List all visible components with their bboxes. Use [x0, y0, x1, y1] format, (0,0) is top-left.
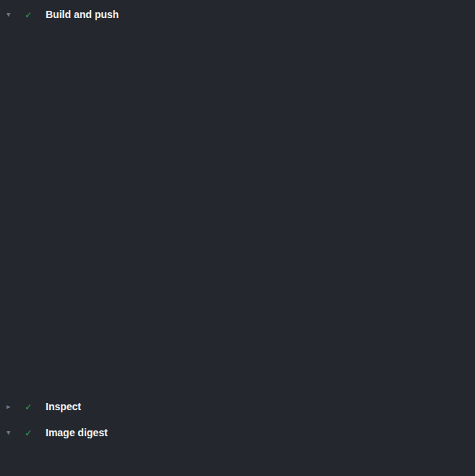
chevron-down-icon[interactable]: ▼ [7, 4, 25, 25]
section-title: Inspect [46, 401, 81, 412]
log-line: 17 /usr/bin/docker buildx build --tag lo… [0, 80, 475, 93]
log-section-build-and-push: ▼ ✓ Build and push 1 ▶ Run ./ 14 📌 Using… [0, 4, 475, 392]
log-section-image-digest: ▼ ✓ Image digest 1 ▶ Run echo sha256:e7f… [0, 422, 475, 472]
chevron-down-icon[interactable]: ▼ [7, 422, 25, 443]
log-lines: 1 ▶ Run ./ 14 📌 Using builder instance b… [0, 27, 475, 392]
log-line: 38 [0, 353, 475, 366]
log-line: 26 #3 [internal] load metadata for docke… [0, 197, 475, 210]
log-line: 25 [0, 184, 475, 197]
check-icon: ✓ [25, 422, 46, 443]
section-title: Build and push [46, 9, 119, 20]
section-title: Image digest [46, 427, 108, 438]
section-header-build-and-push[interactable]: ▼ ✓ Build and push [0, 4, 475, 25]
log-line: 1 ▶ Run ./ [0, 27, 475, 41]
log-line: 28 [0, 223, 475, 236]
log-line: 34 #4 sha256:185518070891758909c9f839cf4… [0, 301, 475, 314]
log-line: 18 #2 [internal] load build definition f… [0, 93, 475, 106]
section-header-image-digest[interactable]: ▼ ✓ Image digest [0, 422, 475, 443]
check-icon: ✓ [25, 396, 46, 417]
log-lines: 1 ▶ Run echo sha256:e7ff8834a5963a2785c5… [0, 446, 475, 472]
log-line: 29 #4 [1/2] FROM docker.io/library/alpin… [0, 236, 475, 249]
check-icon: ✓ [25, 4, 46, 25]
log-line: 30 #4 resolve docker.io/library/alpine@s… [0, 249, 475, 262]
log-line: 14 📌 Using builder instance builder-sing… [0, 41, 475, 54]
log-line: 39 #5 [2/2] RUN echo "Hello world!" [0, 366, 475, 379]
log-line: 23 #1 transferring context: 2B 0.0s done [0, 158, 475, 171]
chevron-right-icon[interactable]: ▶ [7, 396, 25, 417]
log-line: 24 #1 DONE 0.0s [0, 171, 475, 184]
log-line: 22 #1 [internal] load .dockerignore [0, 145, 475, 158]
log-line: 19 #2 transferring dockerfile: 74B 0.0s … [0, 106, 475, 119]
actions-log-viewer: ▼ ✓ Build and push 1 ▶ Run ./ 14 📌 Using… [0, 0, 475, 476]
log-line: 20 #2 DONE 0.0s [0, 119, 475, 132]
log-line: 1 ▶ Run echo sha256:e7ff8834a5963a2785c5… [0, 446, 475, 459]
log-line: 27 #3 DONE 0.4s [0, 210, 475, 223]
log-line: 21 [0, 132, 475, 145]
log-line: 15 /usr/bin/docker buildx use --builder … [0, 54, 475, 67]
log-line: 31 #4 sha256:a15790640a6690aa1730c38cf0a… [0, 262, 475, 275]
log-line: 16 🏃 Starting build... [0, 67, 475, 80]
log-line: 40 #5 0.060 Hello world! [0, 379, 475, 392]
log-section-inspect: ▶ ✓ Inspect [0, 396, 475, 417]
log-line: 36 #4 unpacking docker.io/library/alpine… [0, 327, 475, 340]
log-line: 33 #4 sha256:a24bb4013296f61e89ba57005a7… [0, 288, 475, 301]
log-line: 35 #4 unpacking docker.io/library/alpine… [0, 314, 475, 327]
log-line: 32 #4 sha256:df20fa9351a15782c64e6dddb2d… [0, 275, 475, 288]
log-line: 4 sha256:e7ff8834a5963a2785c5a0811e979d1… [0, 459, 475, 472]
log-line: 37 #4 DONE 0.4s [0, 340, 475, 353]
section-header-inspect[interactable]: ▶ ✓ Inspect [0, 396, 475, 417]
